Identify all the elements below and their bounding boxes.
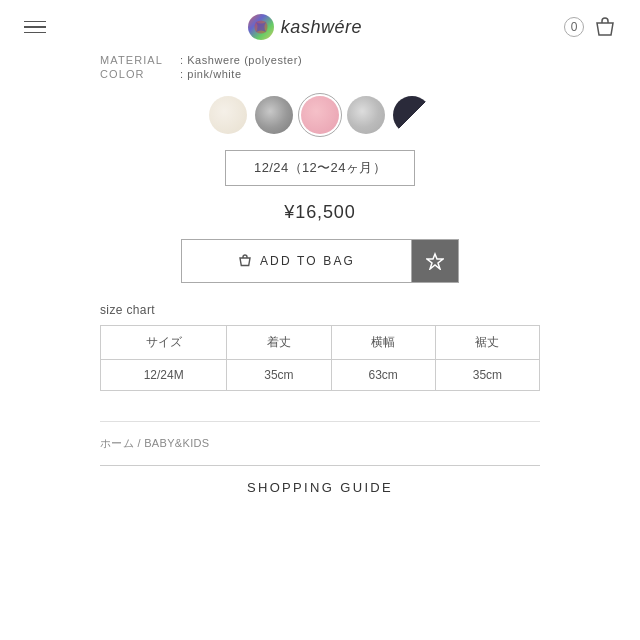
material-label: MATERIAL — [100, 54, 180, 66]
breadcrumb-category[interactable]: BABY&KIDS — [144, 437, 209, 449]
breadcrumb-home[interactable]: ホーム — [100, 437, 134, 449]
size-chart-section: size chart サイズ 着丈 横幅 裾丈 12/24M 35cm 63cm… — [100, 303, 540, 391]
swatch-lightgray[interactable] — [347, 96, 385, 134]
size-chart-label: size chart — [100, 303, 540, 317]
size-selector: 12/24（12〜24ヶ月） — [100, 150, 540, 186]
logo-icon — [248, 14, 274, 40]
col-length: 着丈 — [227, 326, 331, 360]
col-size: サイズ — [101, 326, 227, 360]
color-row: COLOR : pink/white — [100, 68, 540, 80]
color-value: : pink/white — [180, 68, 242, 80]
cart-count[interactable]: 0 — [564, 17, 584, 37]
add-to-bag-row: ADD TO BAG — [100, 239, 540, 283]
logo[interactable]: kashwére — [248, 14, 362, 40]
main-content: MATERIAL : Kashwere (polyester) COLOR : … — [0, 54, 640, 505]
size-button[interactable]: 12/24（12〜24ヶ月） — [225, 150, 415, 186]
cell-length: 35cm — [227, 360, 331, 391]
cell-hem: 35cm — [435, 360, 539, 391]
swatch-pink[interactable] — [301, 96, 339, 134]
cell-width: 63cm — [331, 360, 435, 391]
star-icon — [426, 252, 444, 270]
size-table: サイズ 着丈 横幅 裾丈 12/24M 35cm 63cm 35cm — [100, 325, 540, 391]
bag-icon[interactable] — [594, 16, 616, 38]
header-right: 0 — [564, 16, 616, 38]
table-row: 12/24M 35cm 63cm 35cm — [101, 360, 540, 391]
material-value: : Kashwere (polyester) — [180, 54, 302, 66]
cell-size: 12/24M — [101, 360, 227, 391]
shopping-guide: SHOPPING GUIDE — [100, 480, 540, 505]
breadcrumb: ホーム / BABY&KIDS — [100, 436, 540, 451]
breadcrumb-separator: / — [134, 437, 144, 449]
swatch-gray[interactable] — [255, 96, 293, 134]
color-swatches — [100, 96, 540, 134]
swatch-navy[interactable] — [393, 96, 431, 134]
product-price: ¥16,500 — [100, 202, 540, 223]
add-to-bag-button[interactable]: ADD TO BAG — [181, 239, 411, 283]
footer-divider — [100, 465, 540, 466]
col-hem: 裾丈 — [435, 326, 539, 360]
logo-text: kashwére — [281, 17, 362, 38]
add-to-bag-label: ADD TO BAG — [260, 254, 355, 268]
col-width: 横幅 — [331, 326, 435, 360]
wishlist-button[interactable] — [411, 239, 459, 283]
breadcrumb-section: ホーム / BABY&KIDS — [100, 421, 540, 465]
bag-small-icon — [238, 254, 252, 268]
swatch-cream[interactable] — [209, 96, 247, 134]
header: kashwére 0 — [0, 0, 640, 54]
svg-marker-1 — [427, 254, 443, 269]
material-row: MATERIAL : Kashwere (polyester) — [100, 54, 540, 66]
color-label: COLOR — [100, 68, 180, 80]
menu-button[interactable] — [24, 21, 46, 34]
